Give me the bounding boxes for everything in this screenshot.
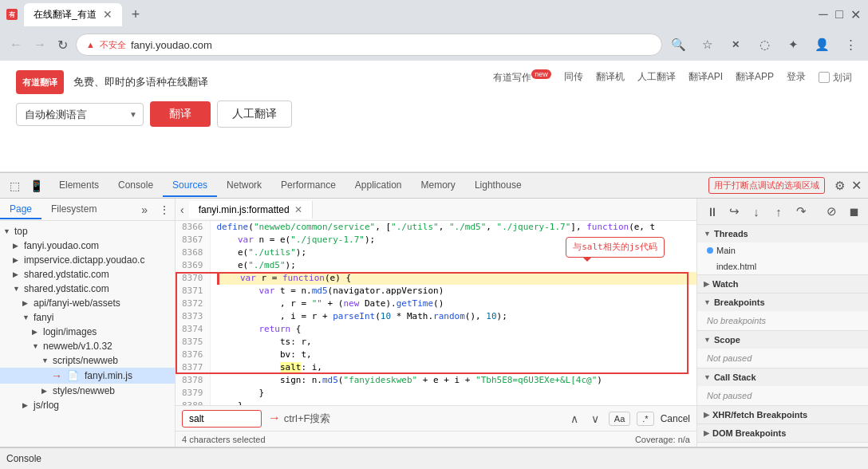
tab-lighthouse[interactable]: Lighthouse xyxy=(465,175,531,197)
line-numbers: 8366 8367 8368 8369 8370 8371 8372 8373 … xyxy=(176,221,211,405)
thread-main[interactable]: Main xyxy=(697,242,868,258)
tree-item-api[interactable]: ▶ api/fanyi-web/assets xyxy=(0,296,175,310)
browser-tab-active[interactable]: 在线翻译_有道 ✕ xyxy=(24,3,122,26)
back-button[interactable]: ← xyxy=(6,34,26,55)
tree-item-fanyi-min[interactable]: → 📄 fanyi.min.js xyxy=(0,368,175,384)
tab-network[interactable]: Network xyxy=(217,175,271,197)
breakpoints-header[interactable]: ▼ Breakpoints xyxy=(697,294,868,311)
panel-tab-page[interactable]: Page xyxy=(0,200,41,219)
nav-link-machine[interactable]: 翻译机 xyxy=(596,70,625,85)
tab-sources[interactable]: Sources xyxy=(163,175,217,197)
tree-label-jsrlog: js/rlog xyxy=(34,400,59,411)
step-out-button[interactable]: ↑ xyxy=(769,202,788,221)
bookmark-icon-btn[interactable]: ☆ xyxy=(696,34,718,56)
code-tab-fanyi[interactable]: fanyi.min.js:formatted ✕ xyxy=(189,201,313,219)
tree-item-login[interactable]: ▶ login/images xyxy=(0,325,175,339)
maximize-button[interactable]: □ xyxy=(833,8,846,21)
tree-label-api: api/fanyi-web/assets xyxy=(34,298,120,309)
panel-tab-filesystem[interactable]: Filesystem xyxy=(41,200,106,219)
tree-item-styles[interactable]: ▶ styles/newweb xyxy=(0,384,175,398)
tab-elements[interactable]: Elements xyxy=(49,175,108,197)
human-translate-button[interactable]: 人工翻译 xyxy=(217,100,292,128)
deactivate-breakpoints-button[interactable]: ⊘ xyxy=(822,202,841,221)
tab-performance[interactable]: Performance xyxy=(271,175,345,197)
word-split-checkbox[interactable] xyxy=(819,72,830,83)
step-into-button[interactable]: ↓ xyxy=(747,202,766,221)
tree-arrow-scripts: ▼ xyxy=(41,357,49,365)
watch-header[interactable]: ▶ Watch xyxy=(697,275,868,293)
device-toolbar-icon[interactable]: 📱 xyxy=(26,176,46,195)
forward-button[interactable]: → xyxy=(30,34,49,55)
tab-application[interactable]: Application xyxy=(345,175,412,197)
code-tab-close-icon[interactable]: ✕ xyxy=(294,204,302,215)
tab-console[interactable]: Console xyxy=(108,175,163,197)
scope-header[interactable]: ▼ Scope xyxy=(697,331,868,349)
tab-bar: 在线翻译_有道 ✕ + xyxy=(24,3,811,26)
nav-link-api[interactable]: 翻译API xyxy=(688,70,723,85)
nav-link-login[interactable]: 登录 xyxy=(787,70,806,85)
tree-arrow-shared1: ▶ xyxy=(13,270,21,278)
threads-header[interactable]: ▼ Threads xyxy=(697,225,868,242)
profile-icon-btn[interactable]: 👤 xyxy=(811,34,833,56)
code-line-8369: e("./md5"); xyxy=(217,259,697,272)
lang-select[interactable]: 自动检测语言 xyxy=(16,103,144,126)
nav-link-human[interactable]: 人工翻译 xyxy=(637,70,676,85)
extension2-icon-btn[interactable]: ◌ xyxy=(753,34,775,56)
extension3-icon-btn[interactable]: ✦ xyxy=(782,34,804,56)
selected-arrow-icon: → xyxy=(51,369,62,382)
tab-prev-button[interactable]: ‹ xyxy=(176,200,189,219)
case-sensitive-toggle[interactable]: Aa xyxy=(609,412,630,426)
tree-item-jsrlog[interactable]: ▶ js/rlog xyxy=(0,398,175,412)
tree-item-impservice[interactable]: ▶ impservice.dictapp.youdao.c xyxy=(0,253,175,267)
tab-memory[interactable]: Memory xyxy=(412,175,465,197)
thread-index[interactable]: index.html xyxy=(697,258,868,274)
tree-item-shared1[interactable]: ▶ shared.ydstatic.com xyxy=(0,267,175,282)
step-over-button[interactable]: ↪ xyxy=(724,202,744,221)
devtools-settings-icon[interactable]: ⚙ xyxy=(831,175,848,196)
minimize-button[interactable]: ─ xyxy=(817,8,830,21)
extension1-icon-btn[interactable]: ✕ xyxy=(724,34,747,56)
code-editor[interactable]: 与salt相关的js代码 8366 8367 8368 8369 8370 83… xyxy=(176,221,696,405)
breakpoints-section: ▼ Breakpoints No breakpoints xyxy=(697,294,868,331)
callstack-arrow-icon: ▼ xyxy=(704,373,711,381)
tab-favicon: 有 xyxy=(6,9,18,20)
tree-label-login: login/images xyxy=(43,326,97,337)
file-tree: ▼ top ▶ fanyi.youdao.com ▶ impservice.di… xyxy=(0,221,175,447)
search-arrow-icon: → xyxy=(268,411,281,424)
search-up-button[interactable]: ∧ xyxy=(567,411,582,427)
dom-header[interactable]: ▶ DOM Breakpoints xyxy=(697,424,868,442)
tree-item-fanyi-youdao[interactable]: ▶ fanyi.youdao.com xyxy=(0,238,175,253)
refresh-button[interactable]: ↻ xyxy=(54,34,71,56)
nav-link-writing[interactable]: 有道写作new xyxy=(493,70,551,85)
translate-area: 自动检测语言 ▼ 翻译 人工翻译 xyxy=(16,100,852,128)
translate-button[interactable]: 翻译 xyxy=(150,101,211,127)
tree-item-newweb[interactable]: ▼ newweb/v1.0.32 xyxy=(0,339,175,353)
tab-close-icon[interactable]: ✕ xyxy=(103,8,112,21)
xhr-arrow-icon: ▶ xyxy=(704,411,709,419)
file-menu-button[interactable]: ⋮ xyxy=(154,202,175,218)
tree-item-shared2[interactable]: ▼ shared.ydstatic.com xyxy=(0,282,175,296)
tree-item-top[interactable]: ▼ top xyxy=(0,224,175,238)
search-down-button[interactable]: ∨ xyxy=(588,411,602,427)
callstack-header[interactable]: ▼ Call Stack xyxy=(697,368,868,386)
devtools-close-icon[interactable]: ✕ xyxy=(848,175,865,196)
threads-arrow-icon: ▼ xyxy=(704,230,711,238)
inspect-element-icon[interactable]: ⬚ xyxy=(6,176,23,195)
tree-item-fanyi[interactable]: ▼ fanyi xyxy=(0,310,175,325)
regex-toggle[interactable]: .* xyxy=(637,412,653,426)
menu-icon-btn[interactable]: ⋮ xyxy=(839,34,862,56)
tree-item-scripts[interactable]: ▼ scripts/newweb xyxy=(0,353,175,368)
step-button[interactable]: ↷ xyxy=(791,202,811,221)
close-button[interactable]: ✕ xyxy=(849,8,862,21)
nav-link-live[interactable]: 同传 xyxy=(564,70,583,85)
new-tab-button[interactable]: + xyxy=(125,3,147,26)
search-cancel-button[interactable]: Cancel xyxy=(661,413,690,424)
nav-link-app[interactable]: 翻译APP xyxy=(736,70,774,85)
xhr-header[interactable]: ▶ XHR/fetch Breakpoints xyxy=(697,406,868,424)
search-input[interactable] xyxy=(182,410,262,428)
panel-more-icon[interactable]: » xyxy=(135,200,154,219)
pause-exceptions-button[interactable]: ⏹ xyxy=(844,202,863,221)
search-icon-btn[interactable]: 🔍 xyxy=(667,34,689,56)
resume-button[interactable]: ⏸ xyxy=(702,202,721,221)
console-label[interactable]: Console xyxy=(6,453,41,464)
